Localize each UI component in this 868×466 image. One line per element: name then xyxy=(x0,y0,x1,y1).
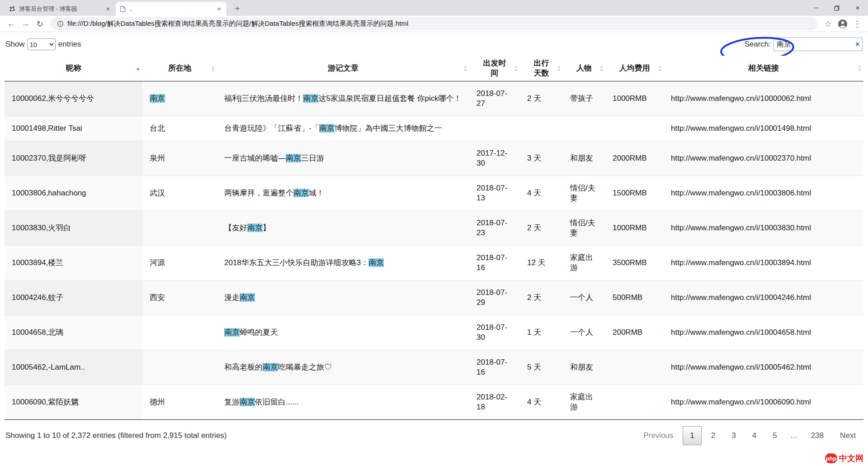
search-highlight: 南京 xyxy=(263,363,278,371)
column-header[interactable]: 所在地▲▼ xyxy=(142,56,217,81)
cell-departure-date xyxy=(469,116,520,141)
browser-tab-blog-admin[interactable]: 博客后台管理 - 博客园 × xyxy=(5,2,115,16)
tab-close-icon[interactable]: × xyxy=(104,5,112,13)
back-button[interactable]: ← xyxy=(4,17,18,31)
browser-tab-current[interactable]: .. × xyxy=(116,2,226,16)
cell-nickname: 10003830,火羽白 xyxy=(5,211,142,246)
search-highlight: 南京 xyxy=(293,189,309,197)
table-body: 10000062,米兮兮兮兮兮南京福利|三伏泡汤最佳时！南京这5家温泉民宿夏日超… xyxy=(5,81,863,420)
sort-both-icon: ▲▼ xyxy=(514,65,518,72)
search-input[interactable] xyxy=(774,38,863,51)
cell-location: 台北 xyxy=(142,116,217,141)
table-row: 10000062,米兮兮兮兮兮南京福利|三伏泡汤最佳时！南京这5家温泉民宿夏日超… xyxy=(5,81,863,116)
cell-link: http://www.mafengwo.cn/i/10003830.html xyxy=(664,211,863,246)
search-highlight: 南京 xyxy=(224,328,240,337)
cell-cost xyxy=(605,350,664,385)
search-highlight: 南京 xyxy=(303,94,318,103)
column-header[interactable]: 相关链接▲▼ xyxy=(664,56,863,81)
bookmark-star-icon[interactable]: ☆ xyxy=(821,17,835,31)
cell-link: http://www.mafengwo.cn/i/10003894.html xyxy=(664,246,863,281)
reload-button[interactable]: ↻ xyxy=(33,17,47,31)
results-table: 昵称▲所在地▲▼游记文章▲▼出发时间▲▼出行天数▲▼人物▲▼人均费用▲▼相关链接… xyxy=(5,56,863,420)
page-button[interactable]: 3 xyxy=(725,427,742,445)
sort-both-icon: ▲▼ xyxy=(463,65,467,72)
php-logo-badge: php xyxy=(825,453,837,463)
cell-link: http://www.mafengwo.cn/i/10004246.html xyxy=(664,281,863,315)
cell-link: http://www.mafengwo.cn/i/10005462.html xyxy=(664,350,863,385)
column-header[interactable]: 人均费用▲▼ xyxy=(605,56,664,81)
cell-location: 泉州 xyxy=(142,141,217,176)
cell-link: http://www.mafengwo.cn/i/10000062.html xyxy=(664,81,863,116)
table-row: 10003894,楼兰河源2018华东五大三小快乐自助游详细攻略3：南京2018… xyxy=(5,246,863,281)
cell-location xyxy=(142,315,217,350)
cell-nickname: 10004246,蚊子 xyxy=(5,281,142,315)
forward-button[interactable]: → xyxy=(18,17,33,31)
cell-cost: 1000RMB xyxy=(605,211,664,246)
cell-cost xyxy=(605,385,664,420)
cell-link: http://www.mafengwo.cn/i/10006090.html xyxy=(664,385,863,420)
column-header[interactable]: 出发时间▲▼ xyxy=(469,56,520,81)
window-close-button[interactable]: × xyxy=(847,0,868,16)
table-info-text: Showing 1 to 10 of 2,372 entries (filter… xyxy=(5,431,227,440)
tab-title: .. xyxy=(129,5,215,12)
page-button[interactable]: 1 xyxy=(683,426,701,445)
cell-departure-date: 2018-07-16 xyxy=(469,350,520,385)
cell-cost xyxy=(605,116,664,141)
cell-location: 武汉 xyxy=(142,176,217,211)
cell-trip-days: 2 天 xyxy=(520,211,563,246)
column-header[interactable]: 出行天数▲▼ xyxy=(520,56,563,81)
cell-trip-days: 2 天 xyxy=(520,281,563,315)
sort-both-icon: ▲▼ xyxy=(211,65,215,72)
cell-departure-date: 2018-07-29 xyxy=(469,281,520,315)
cell-location: 南京 xyxy=(142,81,217,116)
search-highlight: 南京 xyxy=(368,258,384,267)
cell-nickname: 10004658,北璃 xyxy=(5,315,142,350)
page-button[interactable]: 238 xyxy=(804,427,830,445)
cell-article-title: 【友好南京】 xyxy=(217,211,469,246)
column-header-label: 相关链接 xyxy=(748,63,779,73)
search-highlight: 南京 xyxy=(247,223,263,232)
window-minimize-button[interactable] xyxy=(806,0,826,16)
cell-link: http://www.mafengwo.cn/i/10003806.html xyxy=(664,176,863,211)
tab-close-icon[interactable]: × xyxy=(215,5,223,13)
page-button[interactable]: 2 xyxy=(704,427,722,445)
column-header[interactable]: 游记文章▲▼ xyxy=(217,56,469,81)
sort-both-icon: ▲▼ xyxy=(658,65,662,72)
cell-nickname: 10002370,我是阿彬呀 xyxy=(5,141,142,176)
table-row: 10006090,紫陌妖魑德州复游南京依旧留白......2018-02-184… xyxy=(5,385,863,420)
cell-companions: 情侣/夫妻 xyxy=(563,176,605,211)
column-header[interactable]: 昵称▲ xyxy=(5,56,142,81)
page-button[interactable]: 5 xyxy=(766,427,783,445)
cell-nickname: 10000062,米兮兮兮兮兮 xyxy=(5,81,142,116)
cell-article-title: 两辆摩拜，逛遍整个南京城！ xyxy=(217,176,469,211)
page-info-icon[interactable] xyxy=(57,20,64,27)
window-restore-button[interactable] xyxy=(826,0,847,16)
page-button[interactable]: 4 xyxy=(745,427,763,445)
page-button[interactable]: Next xyxy=(833,427,863,445)
cell-departure-date: 2018-02-18 xyxy=(469,385,520,420)
cell-companions: 一个人 xyxy=(563,315,605,350)
page-button[interactable]: Previous xyxy=(637,427,680,445)
new-tab-button[interactable]: + xyxy=(231,3,243,14)
cell-cost: 1500RMB xyxy=(605,176,664,211)
cell-companions: 和朋友 xyxy=(563,350,605,385)
table-row: 10004658,北璃南京蝉鸣的夏天2018-07-301 天一个人200RMB… xyxy=(5,315,863,350)
cell-nickname: 10003894,楼兰 xyxy=(5,246,142,281)
column-header[interactable]: 人物▲▼ xyxy=(563,56,605,81)
browser-menu-icon[interactable]: ⋮ xyxy=(850,17,864,31)
cell-article-title: 2018华东五大三小快乐自助游详细攻略3：南京 xyxy=(217,246,469,281)
pagination: Previous12345…238Next xyxy=(634,426,863,445)
address-bar[interactable]: file:///D:/blog/解决DataTables搜索框查询结果高亮显示的… xyxy=(51,17,817,30)
cell-companions: 情侣/夫妻 xyxy=(563,211,605,246)
tab-title: 博客后台管理 - 博客园 xyxy=(19,5,104,13)
profile-avatar[interactable] xyxy=(835,17,850,31)
clear-search-icon[interactable]: × xyxy=(855,40,860,48)
column-header-label: 出发时间 xyxy=(482,58,507,78)
cell-departure-date: 2018-07-16 xyxy=(469,246,520,281)
cell-companions: 家庭出游 xyxy=(563,385,605,420)
page-size-select[interactable]: 10 xyxy=(28,38,56,50)
cell-location: 德州 xyxy=(142,385,217,420)
cell-cost: 500RMB xyxy=(605,281,664,315)
cell-nickname: 10003806,hahachong xyxy=(5,176,142,211)
cell-departure-date: 2018-07-23 xyxy=(469,211,520,246)
